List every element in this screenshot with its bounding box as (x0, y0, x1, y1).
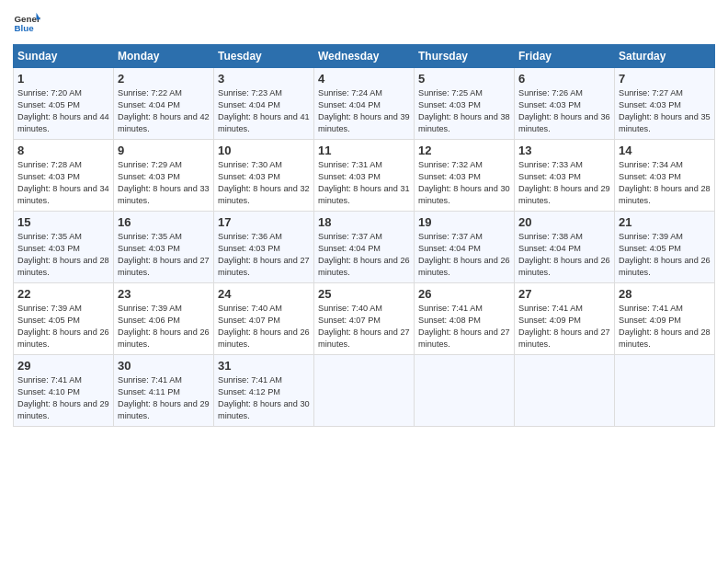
calendar-cell: 25Sunrise: 7:40 AMSunset: 4:07 PMDayligh… (314, 283, 415, 355)
day-number: 5 (418, 72, 510, 86)
day-info: Sunrise: 7:40 AMSunset: 4:07 PMDaylight:… (318, 303, 410, 350)
calendar-cell: 19Sunrise: 7:37 AMSunset: 4:04 PMDayligh… (415, 212, 515, 283)
day-number: 12 (418, 144, 510, 157)
day-info: Sunrise: 7:37 AMSunset: 4:04 PMDaylight:… (418, 231, 510, 279)
day-info: Sunrise: 7:33 AMSunset: 4:03 PMDaylight:… (518, 159, 610, 207)
day-info: Sunrise: 7:41 AMSunset: 4:10 PMDaylight:… (17, 374, 109, 422)
calendar-table: SundayMondayTuesdayWednesdayThursdayFrid… (13, 44, 715, 427)
calendar-cell: 5Sunrise: 7:25 AMSunset: 4:03 PMDaylight… (415, 68, 515, 140)
calendar-cell: 21Sunrise: 7:39 AMSunset: 4:05 PMDayligh… (615, 212, 715, 283)
calendar-cell (515, 355, 615, 427)
day-number: 20 (518, 215, 610, 229)
day-number: 31 (218, 359, 310, 373)
day-info: Sunrise: 7:32 AMSunset: 4:03 PMDaylight:… (418, 159, 510, 207)
day-info: Sunrise: 7:41 AMSunset: 4:11 PMDaylight:… (118, 374, 210, 422)
calendar-cell: 26Sunrise: 7:41 AMSunset: 4:08 PMDayligh… (415, 283, 515, 355)
calendar-cell: 13Sunrise: 7:33 AMSunset: 4:03 PMDayligh… (515, 140, 615, 212)
calendar-cell: 12Sunrise: 7:32 AMSunset: 4:03 PMDayligh… (415, 140, 515, 212)
calendar-cell: 11Sunrise: 7:31 AMSunset: 4:03 PMDayligh… (314, 140, 415, 212)
day-number: 6 (518, 72, 610, 86)
logo: General Blue (13, 9, 40, 37)
calendar-cell: 22Sunrise: 7:39 AMSunset: 4:05 PMDayligh… (14, 283, 114, 355)
col-header-wednesday: Wednesday (314, 45, 415, 68)
calendar-cell: 29Sunrise: 7:41 AMSunset: 4:10 PMDayligh… (14, 355, 114, 427)
day-number: 27 (518, 287, 610, 301)
day-number: 18 (318, 215, 410, 229)
day-info: Sunrise: 7:38 AMSunset: 4:04 PMDaylight:… (518, 231, 610, 279)
day-number: 24 (218, 287, 310, 301)
calendar-cell (415, 355, 515, 427)
day-info: Sunrise: 7:39 AMSunset: 4:05 PMDaylight:… (619, 231, 711, 279)
calendar-cell: 24Sunrise: 7:40 AMSunset: 4:07 PMDayligh… (214, 283, 314, 355)
day-number: 11 (318, 144, 410, 157)
calendar-cell: 6Sunrise: 7:26 AMSunset: 4:03 PMDaylight… (515, 68, 615, 140)
day-info: Sunrise: 7:39 AMSunset: 4:06 PMDaylight:… (118, 303, 210, 350)
day-info: Sunrise: 7:35 AMSunset: 4:03 PMDaylight:… (118, 231, 210, 279)
day-info: Sunrise: 7:35 AMSunset: 4:03 PMDaylight:… (17, 231, 109, 279)
day-info: Sunrise: 7:25 AMSunset: 4:03 PMDaylight:… (418, 87, 510, 135)
day-info: Sunrise: 7:24 AMSunset: 4:04 PMDaylight:… (318, 87, 410, 135)
calendar-cell: 4Sunrise: 7:24 AMSunset: 4:04 PMDaylight… (314, 68, 415, 140)
day-number: 2 (118, 72, 210, 86)
calendar-cell: 31Sunrise: 7:41 AMSunset: 4:12 PMDayligh… (214, 355, 314, 427)
svg-text:Blue: Blue (15, 23, 35, 33)
day-number: 9 (118, 144, 210, 157)
day-number: 22 (17, 287, 109, 301)
day-info: Sunrise: 7:41 AMSunset: 4:09 PMDaylight:… (518, 303, 610, 350)
calendar-cell: 9Sunrise: 7:29 AMSunset: 4:03 PMDaylight… (114, 140, 214, 212)
day-number: 28 (619, 287, 711, 301)
day-info: Sunrise: 7:40 AMSunset: 4:07 PMDaylight:… (218, 303, 310, 350)
day-info: Sunrise: 7:20 AMSunset: 4:05 PMDaylight:… (17, 87, 109, 135)
calendar-cell: 20Sunrise: 7:38 AMSunset: 4:04 PMDayligh… (515, 212, 615, 283)
day-number: 10 (218, 144, 310, 157)
day-number: 25 (318, 287, 410, 301)
calendar-cell: 2Sunrise: 7:22 AMSunset: 4:04 PMDaylight… (114, 68, 214, 140)
day-info: Sunrise: 7:41 AMSunset: 4:09 PMDaylight:… (619, 303, 711, 350)
calendar-cell: 14Sunrise: 7:34 AMSunset: 4:03 PMDayligh… (615, 140, 715, 212)
day-info: Sunrise: 7:22 AMSunset: 4:04 PMDaylight:… (118, 87, 210, 135)
day-number: 7 (619, 72, 711, 86)
calendar-cell: 10Sunrise: 7:30 AMSunset: 4:03 PMDayligh… (214, 140, 314, 212)
calendar-cell: 8Sunrise: 7:28 AMSunset: 4:03 PMDaylight… (14, 140, 114, 212)
day-info: Sunrise: 7:29 AMSunset: 4:03 PMDaylight:… (118, 159, 210, 207)
day-number: 26 (418, 287, 510, 301)
day-number: 21 (619, 215, 711, 229)
calendar-cell: 30Sunrise: 7:41 AMSunset: 4:11 PMDayligh… (114, 355, 214, 427)
day-info: Sunrise: 7:37 AMSunset: 4:04 PMDaylight:… (318, 231, 410, 279)
day-info: Sunrise: 7:36 AMSunset: 4:03 PMDaylight:… (218, 231, 310, 279)
day-number: 15 (17, 215, 109, 229)
day-info: Sunrise: 7:34 AMSunset: 4:03 PMDaylight:… (619, 159, 711, 207)
day-number: 4 (318, 72, 410, 86)
calendar-cell: 7Sunrise: 7:27 AMSunset: 4:03 PMDaylight… (615, 68, 715, 140)
page-header: General Blue (13, 9, 715, 37)
calendar-cell (615, 355, 715, 427)
calendar-cell: 23Sunrise: 7:39 AMSunset: 4:06 PMDayligh… (114, 283, 214, 355)
col-header-tuesday: Tuesday (214, 45, 314, 68)
day-number: 17 (218, 215, 310, 229)
day-number: 1 (17, 72, 109, 86)
calendar-cell (314, 355, 415, 427)
col-header-saturday: Saturday (615, 45, 715, 68)
day-number: 23 (118, 287, 210, 301)
calendar-cell: 17Sunrise: 7:36 AMSunset: 4:03 PMDayligh… (214, 212, 314, 283)
calendar-cell: 16Sunrise: 7:35 AMSunset: 4:03 PMDayligh… (114, 212, 214, 283)
calendar-cell: 27Sunrise: 7:41 AMSunset: 4:09 PMDayligh… (515, 283, 615, 355)
day-info: Sunrise: 7:30 AMSunset: 4:03 PMDaylight:… (218, 159, 310, 207)
day-info: Sunrise: 7:26 AMSunset: 4:03 PMDaylight:… (518, 87, 610, 135)
day-info: Sunrise: 7:31 AMSunset: 4:03 PMDaylight:… (318, 159, 410, 207)
day-info: Sunrise: 7:41 AMSunset: 4:12 PMDaylight:… (218, 374, 310, 422)
day-number: 8 (17, 144, 109, 157)
calendar-cell: 28Sunrise: 7:41 AMSunset: 4:09 PMDayligh… (615, 283, 715, 355)
col-header-friday: Friday (515, 45, 615, 68)
calendar-cell: 15Sunrise: 7:35 AMSunset: 4:03 PMDayligh… (14, 212, 114, 283)
day-info: Sunrise: 7:23 AMSunset: 4:04 PMDaylight:… (218, 87, 310, 135)
day-info: Sunrise: 7:28 AMSunset: 4:03 PMDaylight:… (17, 159, 109, 207)
col-header-sunday: Sunday (14, 45, 114, 68)
calendar-cell: 1Sunrise: 7:20 AMSunset: 4:05 PMDaylight… (14, 68, 114, 140)
day-number: 14 (619, 144, 711, 157)
day-number: 29 (17, 359, 109, 373)
day-number: 3 (218, 72, 310, 86)
day-number: 16 (118, 215, 210, 229)
calendar-cell: 3Sunrise: 7:23 AMSunset: 4:04 PMDaylight… (214, 68, 314, 140)
col-header-monday: Monday (114, 45, 214, 68)
